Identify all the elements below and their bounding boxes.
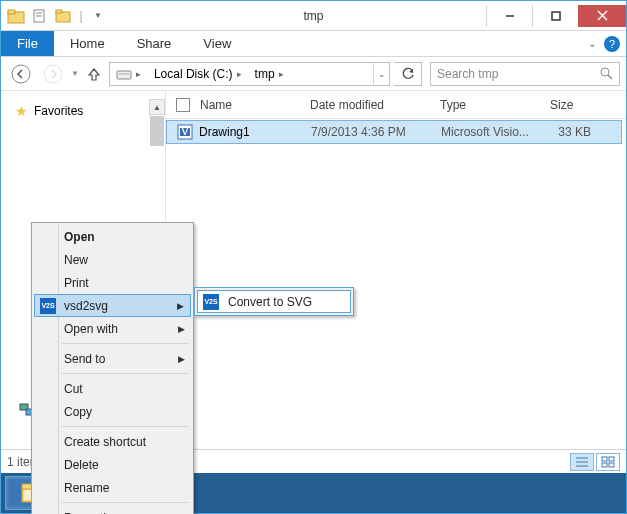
qat-dropdown-icon[interactable]: ▼ [87, 5, 109, 27]
minimize-ribbon-icon[interactable]: ⌄ [588, 38, 596, 49]
thumbnails-view-button[interactable] [596, 453, 620, 471]
forward-button[interactable] [39, 61, 67, 87]
ctx-delete[interactable]: Delete [34, 453, 191, 476]
col-name[interactable]: Name [200, 98, 310, 112]
file-type: Microsoft Visio... [441, 125, 551, 139]
submenu: V2S Convert to SVG [194, 287, 354, 316]
column-headers: Name Date modified Type Size [166, 91, 626, 119]
svg-rect-28 [609, 463, 614, 467]
col-date[interactable]: Date modified [310, 98, 440, 112]
back-button[interactable] [7, 61, 35, 87]
ctx-properties[interactable]: Properties [34, 506, 191, 514]
svg-point-15 [601, 68, 609, 76]
submenu-arrow-icon: ▶ [177, 301, 184, 311]
help-icon[interactable]: ? [604, 36, 620, 52]
svg-rect-26 [609, 457, 614, 461]
col-type[interactable]: Type [440, 98, 550, 112]
file-size: 33 KB [551, 125, 621, 139]
svg-rect-6 [56, 10, 62, 13]
navpane-scroll-up[interactable]: ▲ [149, 99, 165, 115]
submenu-arrow-icon: ▶ [178, 324, 185, 334]
file-row[interactable]: V Drawing1 7/9/2013 4:36 PM Microsoft Vi… [166, 120, 622, 144]
maximize-button[interactable] [532, 5, 578, 27]
star-icon: ★ [15, 103, 28, 119]
ctx-create-shortcut[interactable]: Create shortcut [34, 430, 191, 453]
context-menu: Open New Print V2S vsd2svg ▶ Open with▶ … [31, 222, 194, 514]
details-view-button[interactable] [570, 453, 594, 471]
breadcrumb[interactable]: ▸ Local Disk (C:)▸ tmp▸ ⌄ [109, 62, 390, 86]
breadcrumb-dropdown-icon[interactable]: ⌄ [373, 63, 389, 85]
up-button[interactable] [83, 61, 105, 87]
ctx-copy[interactable]: Copy [34, 400, 191, 423]
ctx-rename[interactable]: Rename [34, 476, 191, 499]
breadcrumb-seg-tmp[interactable]: tmp▸ [249, 63, 291, 85]
svg-rect-14 [119, 73, 129, 75]
folder-icon [5, 5, 27, 27]
nav-favorites[interactable]: ★ Favorites [1, 101, 165, 121]
tab-view[interactable]: View [187, 31, 247, 56]
close-button[interactable] [578, 5, 626, 27]
vsd2svg-icon: V2S [202, 293, 220, 311]
ctx-open[interactable]: Open [34, 225, 191, 248]
refresh-button[interactable] [394, 62, 422, 86]
navbar: ▼ ▸ Local Disk (C:)▸ tmp▸ ⌄ Search tmp [1, 57, 626, 91]
svg-rect-1 [8, 10, 15, 14]
qat-divider: | [77, 5, 85, 27]
select-all-checkbox[interactable] [176, 98, 190, 112]
vsd2svg-icon: V2S [39, 297, 57, 315]
breadcrumb-drive-icon[interactable]: ▸ [110, 63, 148, 85]
tab-home[interactable]: Home [54, 31, 121, 56]
ctx-vsd2svg[interactable]: V2S vsd2svg ▶ [34, 294, 191, 317]
navpane-scroll-thumb[interactable] [150, 116, 164, 146]
tab-share[interactable]: Share [121, 31, 188, 56]
submenu-convert-to-svg[interactable]: V2S Convert to SVG [197, 290, 351, 313]
svg-point-12 [44, 65, 62, 83]
svg-point-11 [12, 65, 30, 83]
file-date: 7/9/2013 4:36 PM [311, 125, 441, 139]
breadcrumb-seg-drive[interactable]: Local Disk (C:)▸ [148, 63, 249, 85]
file-tab[interactable]: File [1, 31, 54, 56]
svg-text:V: V [181, 124, 189, 138]
ctx-new[interactable]: New [34, 248, 191, 271]
new-folder-icon[interactable] [53, 5, 75, 27]
ribbon: File Home Share View ⌄ ? [1, 31, 626, 57]
minimize-button[interactable] [486, 5, 532, 27]
ctx-open-with[interactable]: Open with▶ [34, 317, 191, 340]
recent-dropdown-icon[interactable]: ▼ [71, 69, 79, 78]
properties-icon[interactable] [29, 5, 51, 27]
titlebar: | ▼ tmp [1, 1, 626, 31]
search-icon [600, 67, 613, 80]
svg-line-16 [608, 75, 612, 79]
search-placeholder: Search tmp [437, 67, 498, 81]
col-size[interactable]: Size [550, 98, 626, 112]
svg-rect-25 [602, 457, 607, 461]
ctx-cut[interactable]: Cut [34, 377, 191, 400]
submenu-arrow-icon: ▶ [178, 354, 185, 364]
file-list: Name Date modified Type Size V Drawing1 … [166, 91, 626, 449]
ctx-send-to[interactable]: Send to▶ [34, 347, 191, 370]
svg-rect-8 [552, 12, 560, 20]
ctx-print[interactable]: Print [34, 271, 191, 294]
svg-rect-27 [602, 463, 607, 467]
visio-file-icon: V [177, 124, 193, 140]
search-input[interactable]: Search tmp [430, 62, 620, 86]
file-name: Drawing1 [199, 125, 311, 139]
